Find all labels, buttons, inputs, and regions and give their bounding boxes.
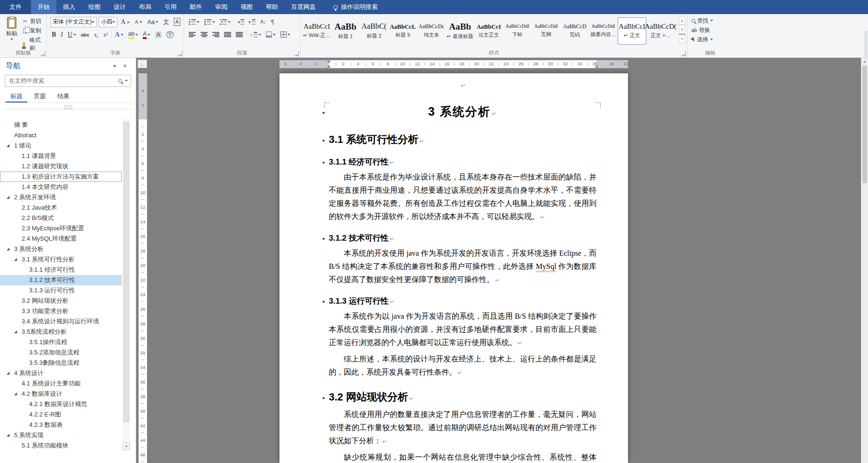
highlight-button[interactable]: ab (127, 30, 140, 39)
ribbon-tab-design[interactable]: 设计 (107, 0, 132, 14)
navigation-scrollbar[interactable]: ▾ (123, 119, 130, 450)
nav-heading-item[interactable]: 3.4 系统设计规则与运行环境 (0, 316, 122, 327)
collapse-triangle-icon[interactable]: ◢ (7, 430, 9, 440)
nav-heading-item[interactable]: 2.2 B/S模式 (0, 213, 122, 223)
style-gallery-item[interactable]: AaBbCcD(正文 +… (646, 17, 675, 45)
document-scrollbar[interactable]: ▴ (861, 58, 868, 463)
ribbon-tab-home[interactable]: 开始 (31, 0, 56, 14)
underline-button[interactable]: U (66, 31, 78, 39)
style-gallery-item[interactable]: AaBbCcI↵ 正文 (618, 17, 646, 45)
nav-heading-item[interactable]: ◢4 系统设计 (0, 368, 122, 378)
doc-heading-3[interactable]: 3.1.1 经济可行性↵ (329, 157, 597, 168)
nav-tab-pages[interactable]: 页面 (29, 91, 51, 102)
nav-heading-item[interactable]: ◢3.5系统流程分析 (0, 327, 122, 337)
align-center-button[interactable] (199, 31, 209, 38)
nav-heading-item[interactable]: 3.1.2 技术可行性 (0, 275, 122, 285)
align-left-button[interactable] (187, 31, 197, 38)
subscript-button[interactable]: x₂ (93, 31, 100, 38)
nav-heading-item[interactable]: 4.2.3 数据表 (0, 420, 122, 430)
grow-font-button[interactable]: A (119, 18, 131, 26)
collapse-triangle-icon[interactable]: ◢ (7, 192, 9, 203)
nav-heading-item[interactable]: 3.1.3 运行可行性 (0, 285, 122, 296)
clipboard-dialog-launcher[interactable] (40, 51, 45, 56)
style-gallery-item[interactable]: AaBbCcDdI摘要内容… (589, 17, 618, 45)
gallery-more-button[interactable]: ▾ (679, 34, 685, 43)
gallery-scroll-down-button[interactable]: ▾ (679, 25, 685, 34)
distribute-button[interactable] (234, 31, 244, 38)
nav-heading-item[interactable]: 5.1 系统功能模块 (0, 440, 122, 449)
doc-paragraph[interactable]: 系统使用用户的数量直接决定了用户信息管理者的工作量，毫无疑问，网站管理者的工作量… (329, 408, 597, 448)
nav-heading-item[interactable]: Abstract (0, 130, 122, 141)
nav-tab-headings[interactable]: 标题 (6, 91, 27, 102)
doc-heading-3[interactable]: 3.1.3 运行可行性↵ (329, 296, 597, 307)
gallery-scroll-up-button[interactable]: ▴ (679, 16, 685, 25)
style-gallery-item[interactable]: AaBbC(标题 2 (360, 17, 388, 45)
nav-heading-item[interactable]: 4.2.1 数据库设计规范 (0, 399, 122, 409)
ribbon-tab-baidu-netdisk[interactable]: 百度网盘 (285, 0, 322, 14)
nav-heading-item[interactable]: 3.1.1 经济可行性 (0, 265, 122, 275)
ribbon-tab-insert[interactable]: 插入 (56, 0, 82, 14)
text-effects-button[interactable]: A (114, 31, 125, 39)
doc-paragraph[interactable]: 本系统作为以 java 作为开发语言的系统，而且选用 B/S 结构则决定了要操作… (329, 310, 597, 350)
nav-heading-item[interactable]: ◢3.1 系统可行性分析 (0, 254, 122, 265)
navigation-scroll-down-button[interactable]: ▾ (123, 442, 130, 450)
ribbon-tab-review[interactable]: 审阅 (209, 0, 234, 14)
style-gallery-item[interactable]: AaBbCcD页码 (560, 17, 589, 45)
nav-heading-item[interactable]: 3.2 网站现状分析 (0, 296, 122, 306)
doc-paragraph[interactable]: 缺少统筹规划，如果一个网站在信息化管理中缺少综合性、系统性、整体性，那不可避免的… (329, 451, 597, 463)
nav-heading-item[interactable]: 1.3 初步设计方法与实施方案 (0, 172, 122, 182)
nav-heading-item[interactable]: 1.4 本文研究内容 (0, 182, 122, 192)
ribbon-tab-references[interactable]: 引用 (158, 0, 183, 14)
doc-heading-2[interactable]: 3.2 网站现状分析↵ (329, 391, 597, 405)
nav-heading-item[interactable]: 2.1 Java技术 (0, 203, 122, 213)
nav-heading-item[interactable]: ◢3 系统分析 (0, 244, 122, 254)
document-page[interactable]: ↵3 系统分析↵3.1 系统可行性分析↵3.1.1 经济可行性↵由于本系统是作为… (279, 73, 628, 463)
multilevel-list-button[interactable] (218, 19, 232, 25)
bullets-button[interactable] (187, 19, 201, 25)
nav-heading-item[interactable]: 1.2 课题研究现状 (0, 161, 122, 172)
character-border-button[interactable]: A (172, 17, 181, 26)
doc-heading-1[interactable]: 3 系统分析↵ (329, 103, 597, 122)
bold-button[interactable]: B (50, 31, 57, 39)
borders-button[interactable] (279, 31, 292, 38)
style-gallery-item[interactable]: AaBbCcDdI页脚 (532, 17, 560, 45)
doc-paragraph[interactable]: 由于本系统是作为毕业设计系统，且系统本身存在一些技术层面的缺陷，并不能直接用于商… (329, 171, 597, 224)
navigation-scrollbar-thumb[interactable] (123, 122, 130, 423)
style-gallery-item[interactable]: AaBb↵ 基准标题 (446, 17, 474, 45)
nav-tab-results[interactable]: 结果 (53, 91, 74, 102)
ribbon-tab-view[interactable]: 视图 (234, 0, 259, 14)
ribbon-tab-mailings[interactable]: 邮件 (183, 0, 209, 14)
style-gallery-item[interactable]: AaBbCcDc纯文本 (417, 17, 446, 45)
paragraph-dialog-launcher[interactable] (294, 51, 299, 56)
collapse-triangle-icon[interactable]: ◢ (7, 368, 9, 378)
sort-button[interactable]: A↓ (259, 19, 268, 25)
superscript-button[interactable]: x² (102, 31, 109, 38)
first-line-indent-marker[interactable] (327, 61, 331, 63)
align-right-button[interactable] (211, 31, 221, 38)
justify-button[interactable] (223, 31, 232, 38)
nav-heading-item[interactable]: 摘 要 (0, 120, 122, 130)
doc-heading-3[interactable]: 3.1.2 技术可行性↵ (329, 233, 597, 244)
nav-heading-item[interactable]: 2.3 MyEclipse环境配置 (0, 223, 122, 234)
collapse-triangle-icon[interactable]: ◢ (14, 389, 17, 399)
font-size-combo[interactable]: 小四 (99, 17, 117, 27)
show-marks-button[interactable]: ¶ (270, 18, 276, 25)
nav-heading-item[interactable]: ◢5 系统实现 (0, 430, 122, 440)
font-dialog-launcher[interactable] (178, 51, 182, 56)
collapse-triangle-icon[interactable]: ◢ (7, 141, 9, 151)
hanging-indent-marker[interactable] (327, 65, 331, 68)
nav-heading-item[interactable]: 3.5.2添加信息流程 (0, 347, 122, 358)
shading-button[interactable] (264, 31, 277, 38)
nav-heading-item[interactable]: 2.4 MySQL环境配置 (0, 234, 122, 244)
numbering-button[interactable] (203, 19, 217, 25)
line-spacing-button[interactable]: ↕ (248, 31, 263, 38)
paste-button[interactable]: 粘贴 (2, 16, 22, 50)
font-color-button[interactable]: A (141, 30, 152, 39)
nav-heading-item[interactable]: 1.1 课题背景 (0, 151, 122, 161)
collapse-triangle-icon[interactable]: ◢ (14, 327, 17, 337)
increase-indent-button[interactable] (248, 19, 257, 25)
collapse-triangle-icon[interactable]: ◢ (14, 254, 17, 265)
document-search-input[interactable] (8, 77, 116, 85)
shrink-font-button[interactable]: A (133, 19, 144, 25)
doc-heading-2[interactable]: 3.1 系统可行性分析↵ (329, 133, 597, 148)
